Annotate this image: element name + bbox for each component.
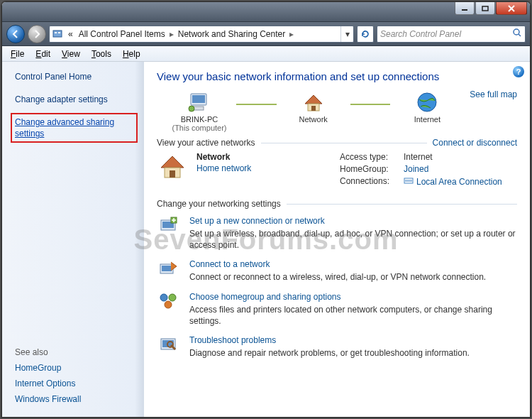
- troubleshoot-desc: Diagnose and repair network problems, or…: [189, 348, 470, 358]
- homegroup-sharing-desc: Access files and printers located on oth…: [189, 305, 492, 326]
- control-panel-home-link[interactable]: Control Panel Home: [15, 72, 135, 82]
- address-toolbar: « All Control Panel Items ▸ Network and …: [2, 22, 530, 46]
- see-also-homegroup[interactable]: HomeGroup: [15, 363, 135, 373]
- svg-rect-17: [170, 170, 175, 178]
- setup-connection-icon: [157, 216, 181, 237]
- menu-help[interactable]: Help: [117, 48, 146, 60]
- map-node-internet[interactable]: Internet: [384, 89, 470, 132]
- connect-network-desc: Connect or reconnect to a wireless, wire…: [189, 272, 486, 282]
- homegroup-sharing-link[interactable]: Choose homegroup and sharing options: [189, 292, 517, 302]
- svg-point-31: [160, 294, 167, 301]
- network-name: Network: [196, 152, 251, 162]
- active-networks-header: View your active networks: [157, 138, 255, 148]
- see-also-windows-firewall[interactable]: Windows Firewall: [15, 394, 135, 404]
- svg-point-12: [189, 106, 194, 111]
- connections-label: Connections:: [340, 176, 404, 187]
- page-title: View your basic network information and …: [157, 70, 517, 82]
- svg-point-32: [169, 294, 176, 301]
- menu-edit[interactable]: Edit: [30, 48, 56, 60]
- breadcrumb-item-all[interactable]: All Control Panel Items: [76, 29, 168, 39]
- svg-rect-11: [194, 107, 204, 110]
- see-also-internet-options[interactable]: Internet Options: [15, 379, 135, 388]
- svg-rect-14: [311, 106, 316, 111]
- setup-connection-desc: Set up a wireless, broadband, dial-up, a…: [189, 229, 516, 250]
- svg-point-33: [165, 301, 172, 308]
- menubar: File Edit View Tools Help: [2, 46, 530, 62]
- minimize-button[interactable]: [455, 2, 475, 15]
- computer-icon: [157, 89, 242, 115]
- internet-globe-icon: [384, 89, 470, 115]
- change-advanced-sharing-link[interactable]: Change advanced sharing settings: [11, 113, 138, 143]
- svg-point-15: [418, 93, 436, 111]
- see-also-header: See also: [15, 347, 135, 357]
- map-node-computer[interactable]: BRINK-PC (This computer): [157, 89, 242, 132]
- map-node-computer-label: BRINK-PC: [157, 115, 242, 124]
- access-type-label: Access type:: [340, 152, 404, 162]
- svg-rect-6: [58, 32, 60, 33]
- map-node-network[interactable]: Network: [271, 89, 356, 132]
- titlebar: [2, 2, 530, 22]
- network-map: BRINK-PC (This computer) Network: [157, 89, 470, 132]
- chevron-right-icon[interactable]: ▸: [288, 29, 295, 39]
- svg-line-8: [519, 34, 521, 36]
- setup-connection-link[interactable]: Set up a new connection or network: [189, 216, 517, 226]
- ethernet-icon: [404, 176, 414, 187]
- svg-rect-5: [55, 32, 57, 33]
- svg-rect-10: [192, 95, 205, 103]
- homegroup-sharing-icon: [157, 292, 181, 313]
- search-icon: [512, 28, 522, 40]
- change-adapter-settings-link[interactable]: Change adapter settings: [15, 94, 135, 104]
- network-house-icon: [157, 152, 188, 180]
- access-type-value: Internet: [404, 152, 433, 162]
- map-node-network-label: Network: [271, 115, 356, 124]
- network-house-icon: [271, 89, 356, 115]
- connection-link[interactable]: Local Area Connection: [416, 177, 502, 187]
- help-icon[interactable]: ?: [513, 66, 524, 77]
- svg-rect-1: [482, 6, 488, 11]
- menu-file[interactable]: File: [5, 48, 30, 60]
- nav-forward-button[interactable]: [28, 25, 46, 43]
- network-type-link[interactable]: Home network: [196, 163, 251, 173]
- breadcrumb-prefix[interactable]: «: [65, 29, 76, 39]
- menu-tools[interactable]: Tools: [86, 48, 117, 60]
- control-panel-icon: [50, 28, 65, 40]
- connect-network-link[interactable]: Connect to a network: [189, 259, 486, 269]
- search-placeholder: Search Control Panel: [380, 29, 461, 39]
- window-frame: « All Control Panel Items ▸ Network and …: [1, 1, 531, 418]
- breadcrumb-item-network[interactable]: Network and Sharing Center: [175, 29, 288, 39]
- search-input[interactable]: Search Control Panel: [377, 26, 526, 43]
- nav-back-button[interactable]: [6, 25, 25, 43]
- connect-disconnect-link[interactable]: Connect or disconnect: [433, 138, 517, 148]
- svg-point-7: [514, 29, 519, 35]
- chevron-right-icon[interactable]: ▸: [168, 29, 175, 39]
- maximize-button[interactable]: [475, 2, 495, 15]
- connect-network-icon: [157, 259, 181, 281]
- see-full-map-link[interactable]: See full map: [470, 89, 517, 99]
- homegroup-label: HomeGroup:: [340, 164, 404, 174]
- refresh-button[interactable]: [357, 26, 374, 43]
- breadcrumb-dropdown[interactable]: ▾: [340, 26, 353, 42]
- menu-view[interactable]: View: [56, 48, 86, 60]
- breadcrumb-bar[interactable]: « All Control Panel Items ▸ Network and …: [49, 26, 354, 43]
- troubleshoot-link[interactable]: Troubleshoot problems: [189, 335, 470, 345]
- svg-rect-4: [53, 31, 62, 37]
- main-content: ? View your basic network information an…: [144, 62, 530, 417]
- sidebar: Control Panel Home Change adapter settin…: [2, 62, 144, 417]
- close-button[interactable]: [496, 2, 527, 15]
- homegroup-value-link[interactable]: Joined: [404, 164, 428, 174]
- map-node-internet-label: Internet: [384, 115, 470, 124]
- map-node-computer-sub: (This computer): [157, 124, 242, 132]
- troubleshoot-icon: [157, 335, 181, 357]
- change-settings-header: Change your networking settings: [157, 199, 281, 209]
- svg-rect-30: [162, 266, 172, 271]
